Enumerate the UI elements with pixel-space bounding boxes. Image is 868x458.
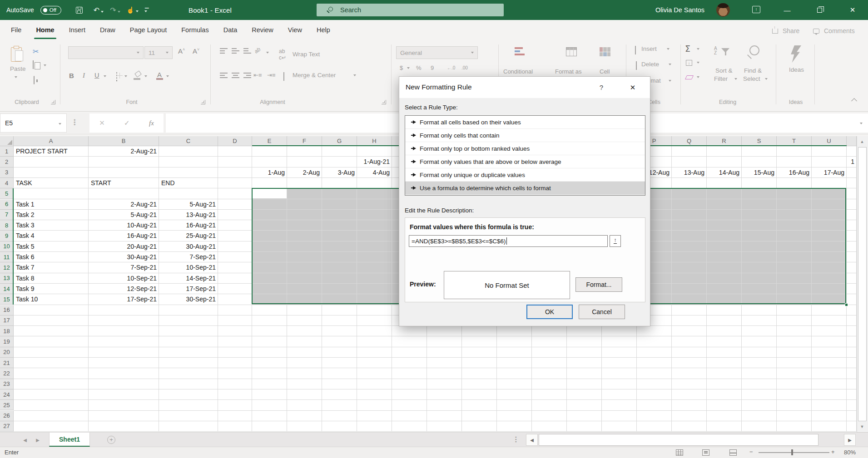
column-header-H[interactable]: H	[357, 136, 392, 146]
column-header-T[interactable]: T	[777, 136, 812, 146]
autosum-icon[interactable]: Σ	[685, 44, 690, 54]
row-header-2[interactable]: 2	[0, 157, 14, 167]
underline-icon[interactable]: U	[94, 72, 99, 79]
decrease-font-size-icon[interactable]: A˅	[193, 47, 199, 55]
comma-format-icon[interactable]: 9	[431, 64, 434, 71]
sort-filter-label-1[interactable]: Sort &	[715, 67, 733, 74]
grid-cell-A9[interactable]: Task 4	[16, 231, 86, 241]
grid-cell-A10[interactable]: Task 5	[16, 241, 86, 252]
hscroll-right-icon[interactable]: ▶	[844, 434, 856, 446]
column-header-B[interactable]: B	[89, 136, 159, 146]
grid-cell-B6[interactable]: 2-Aug-21	[91, 199, 157, 210]
sheet-tab-active[interactable]: Sheet1	[49, 433, 90, 447]
share-button[interactable]: Share	[772, 20, 799, 42]
decrease-decimal-icon[interactable]: .00	[461, 65, 468, 70]
insert-cells-icon[interactable]	[635, 46, 636, 54]
format-as-table-label[interactable]: Format as	[555, 68, 582, 75]
format-painter-icon[interactable]	[34, 76, 35, 84]
grid-cell-B7[interactable]: 5-Aug-21	[91, 210, 157, 220]
row-header-3[interactable]: 3	[0, 167, 14, 178]
add-sheet-button[interactable]: +	[107, 436, 115, 444]
copy-icon[interactable]	[33, 60, 34, 69]
cut-icon[interactable]: ✂	[33, 47, 39, 56]
formula-bar-handle[interactable]: •••	[74, 119, 76, 126]
column-header-U[interactable]: U	[812, 136, 847, 146]
grid-cell-F3[interactable]: 2-Aug	[289, 167, 320, 178]
grid-cell-Q3[interactable]: 13-Aug	[674, 167, 704, 178]
tab-help[interactable]: Help	[316, 20, 331, 40]
conditional-formatting-icon[interactable]	[515, 46, 526, 58]
font-color-icon[interactable]: A	[157, 71, 162, 79]
merge-center-label[interactable]: Merge & Center	[293, 72, 336, 79]
rule-type-item[interactable]: Format only unique or duplicate values	[405, 168, 645, 182]
grid-cell-A14[interactable]: Task 9	[16, 284, 86, 294]
tab-review[interactable]: Review	[251, 20, 274, 40]
ribbon-display-options-icon[interactable]: ↑	[752, 6, 760, 13]
column-header-C[interactable]: C	[159, 136, 218, 146]
row-header-27[interactable]: 27	[0, 421, 14, 432]
prev-sheet-icon[interactable]: ◀	[19, 433, 31, 447]
row-header-18[interactable]: 18	[0, 326, 14, 336]
hscroll-thumb[interactable]	[539, 434, 818, 446]
italic-icon[interactable]: I	[83, 72, 85, 79]
row-header-23[interactable]: 23	[0, 379, 14, 389]
grid-cell-H3[interactable]: 4-Aug	[359, 167, 390, 178]
save-icon[interactable]	[76, 7, 83, 14]
dialog-title-bar[interactable]: New Formatting Rule ? ✕	[399, 77, 650, 98]
vscroll-up-icon[interactable]: ▲	[858, 137, 867, 146]
restore-button[interactable]	[807, 0, 832, 20]
grid-cell-A6[interactable]: Task 1	[16, 199, 86, 210]
vscroll-thumb[interactable]	[858, 147, 867, 421]
dialog-help-icon[interactable]: ?	[596, 82, 607, 93]
row-header-14[interactable]: 14	[0, 284, 14, 294]
zoom-in-icon[interactable]: +	[831, 448, 835, 455]
row-header-20[interactable]: 20	[0, 347, 14, 358]
font-name-combo[interactable]	[68, 46, 144, 59]
percent-format-icon[interactable]: %	[416, 64, 422, 71]
tab-home[interactable]: Home	[35, 20, 55, 40]
grid-cell-S3[interactable]: 15-Aug	[744, 167, 774, 178]
grid-cell-U3[interactable]: 17-Aug	[814, 167, 844, 178]
orientation-icon[interactable]: ab	[253, 46, 262, 54]
grid-cell-A7[interactable]: Task 2	[16, 210, 86, 220]
zoom-slider-handle[interactable]	[791, 449, 793, 455]
grid-cell-A12[interactable]: Task 7	[16, 262, 86, 273]
column-header-partial[interactable]	[847, 136, 857, 146]
tab-page-layout[interactable]: Page Layout	[129, 20, 168, 40]
row-header-21[interactable]: 21	[0, 358, 14, 368]
tab-data[interactable]: Data	[223, 20, 238, 40]
find-select-label-2[interactable]: Select	[743, 75, 760, 82]
grid-cell-E3[interactable]: 1-Aug	[254, 167, 285, 178]
row-header-12[interactable]: 12	[0, 262, 14, 273]
grid-cell-C12[interactable]: 10-Sep-21	[161, 262, 216, 273]
ideas-icon[interactable]	[789, 45, 801, 63]
dialog-close-icon[interactable]: ✕	[626, 82, 639, 93]
grid-cell-R3[interactable]: 14-Aug	[709, 167, 739, 178]
select-all-corner[interactable]	[0, 136, 14, 146]
minimize-button[interactable]: —	[774, 0, 800, 20]
comments-button[interactable]: Comments	[813, 20, 855, 42]
sort-filter-icon[interactable]: AZ	[714, 46, 717, 55]
row-header-25[interactable]: 25	[0, 400, 14, 410]
next-sheet-icon[interactable]: ▶	[32, 433, 44, 447]
row-header-22[interactable]: 22	[0, 368, 14, 379]
fill-icon[interactable]: ↓	[686, 60, 692, 66]
number-format-combo[interactable]: General	[396, 46, 478, 59]
customize-qat-button[interactable]: ▔	[145, 6, 148, 14]
format-button[interactable]: Format...	[575, 277, 622, 292]
grid-cell-C11[interactable]: 7-Sep-21	[161, 252, 216, 262]
wrap-text-label[interactable]: Wrap Text	[293, 51, 320, 58]
insert-cells-label[interactable]: Insert	[641, 45, 657, 52]
font-size-combo[interactable]: 11	[144, 46, 173, 59]
grid-cell-X2[interactable]: 1	[849, 157, 854, 167]
zoom-level[interactable]: 80%	[844, 449, 856, 456]
borders-icon[interactable]	[116, 72, 117, 81]
column-header-D[interactable]: D	[218, 136, 252, 146]
row-header-11[interactable]: 11	[0, 252, 14, 262]
find-select-label-1[interactable]: Find &	[744, 67, 762, 74]
ok-button[interactable]: OK	[526, 305, 573, 319]
rule-type-item[interactable]: Use a formula to determine which cells t…	[405, 182, 645, 195]
page-layout-view-icon[interactable]	[702, 449, 709, 456]
row-header-4[interactable]: 4	[0, 178, 14, 188]
autosave-toggle[interactable]: Off	[40, 6, 61, 15]
